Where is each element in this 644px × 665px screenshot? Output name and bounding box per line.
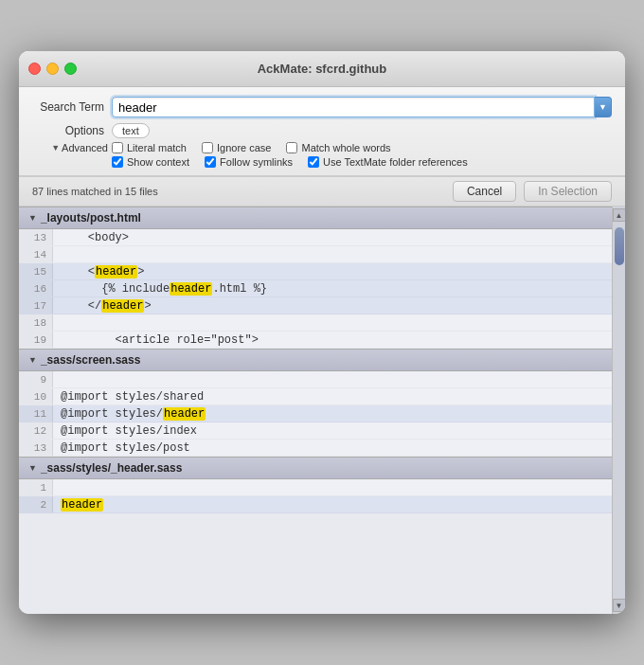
options-row: Options text bbox=[32, 123, 612, 138]
search-term-label: Search Term bbox=[32, 100, 112, 114]
table-row: 12 @import styles/index bbox=[19, 422, 612, 440]
cancel-button[interactable]: Cancel bbox=[453, 181, 516, 202]
advanced-toggle[interactable]: ▼ Advanced bbox=[32, 142, 112, 153]
file-3-lines: 1 2 header bbox=[19, 479, 612, 513]
minimize-button[interactable] bbox=[46, 63, 59, 75]
search-input[interactable] bbox=[112, 97, 595, 117]
use-textmate-input[interactable] bbox=[308, 156, 319, 168]
checkboxes-row2: Show context Follow symlinks Use TextMat… bbox=[32, 156, 612, 168]
show-context-checkbox[interactable]: Show context bbox=[112, 156, 189, 168]
line-number: 2 bbox=[19, 496, 53, 512]
table-row: 17 </header> bbox=[19, 297, 612, 315]
line-number: 1 bbox=[19, 479, 53, 495]
results-content: ▼ _layouts/post.html 13 <body> 14 bbox=[19, 207, 612, 614]
advanced-row: ▼ Advanced Literal match Ignore case Mat… bbox=[32, 142, 612, 153]
window-title: AckMate: sfcrd.github bbox=[258, 62, 387, 76]
table-row: 16 {% include header.html %} bbox=[19, 280, 612, 297]
literal-match-input[interactable] bbox=[112, 142, 123, 153]
search-input-wrap: ▼ bbox=[112, 97, 612, 117]
line-number: 19 bbox=[19, 332, 53, 348]
follow-symlinks-checkbox[interactable]: Follow symlinks bbox=[205, 156, 293, 168]
table-row: 18 bbox=[19, 315, 612, 332]
results-wrapper: ▼ _layouts/post.html 13 <body> 14 bbox=[19, 207, 625, 614]
table-row: 10 @import styles/shared bbox=[19, 388, 612, 405]
search-dropdown-button[interactable]: ▼ bbox=[595, 97, 612, 117]
toolbar: Search Term ▼ Options text ▼ Advanced Li… bbox=[19, 87, 625, 176]
line-number: 10 bbox=[19, 388, 53, 404]
line-number: 18 bbox=[19, 315, 53, 331]
advanced-triangle-icon: ▼ bbox=[51, 143, 60, 153]
table-row: 13 <body> bbox=[19, 229, 612, 246]
maximize-button[interactable] bbox=[64, 63, 77, 75]
in-selection-button[interactable]: In Selection bbox=[524, 181, 612, 202]
file-1-lines: 13 <body> 14 15 <header> 16 bbox=[19, 229, 612, 349]
literal-match-checkbox[interactable]: Literal match bbox=[112, 142, 187, 153]
file-2-triangle-icon: ▼ bbox=[28, 355, 37, 365]
line-content: <header> bbox=[53, 263, 612, 279]
line-content: <body> bbox=[53, 229, 612, 245]
file-1-triangle-icon: ▼ bbox=[28, 213, 37, 223]
match-highlight: header bbox=[61, 498, 103, 512]
scrollbar-up-button[interactable]: ▲ bbox=[613, 208, 626, 222]
line-content: header bbox=[53, 496, 612, 512]
file-header-3[interactable]: ▼ _sass/styles/_header.sass bbox=[19, 457, 612, 479]
status-text: 87 lines matched in 15 files bbox=[32, 186, 158, 197]
results-area[interactable]: ▼ _layouts/post.html 13 <body> 14 bbox=[19, 207, 612, 614]
scrollbar-down-button[interactable]: ▼ bbox=[613, 599, 626, 612]
line-content bbox=[53, 246, 612, 262]
line-number: 15 bbox=[19, 263, 53, 279]
advanced-label: Advanced bbox=[62, 142, 108, 153]
line-number: 13 bbox=[19, 440, 53, 456]
follow-symlinks-input[interactable] bbox=[205, 156, 216, 168]
table-row: 13 @import styles/post bbox=[19, 440, 612, 457]
match-whole-words-input[interactable] bbox=[286, 142, 297, 153]
options-pill[interactable]: text bbox=[112, 123, 150, 138]
close-button[interactable] bbox=[28, 63, 41, 75]
file-header-1[interactable]: ▼ _layouts/post.html bbox=[19, 207, 612, 229]
scrollbar-thumb[interactable] bbox=[615, 227, 624, 265]
table-row: 1 bbox=[19, 479, 612, 496]
file-1-name: _layouts/post.html bbox=[41, 211, 141, 225]
file-2-name: _sass/screen.sass bbox=[41, 353, 140, 367]
line-content: @import styles/header bbox=[53, 405, 612, 422]
line-number: 12 bbox=[19, 422, 53, 439]
status-buttons: Cancel In Selection bbox=[453, 181, 612, 202]
line-number: 9 bbox=[19, 371, 53, 387]
file-3-triangle-icon: ▼ bbox=[28, 463, 37, 473]
match-highlight: header bbox=[170, 282, 212, 296]
line-number: 16 bbox=[19, 280, 53, 297]
scrollbar-track[interactable]: ▲ ▼ bbox=[612, 207, 625, 614]
titlebar: AckMate: sfcrd.github bbox=[19, 51, 625, 87]
file-section-1: ▼ _layouts/post.html 13 <body> 14 bbox=[19, 207, 612, 349]
match-highlight: header bbox=[95, 265, 137, 279]
line-number: 17 bbox=[19, 297, 53, 314]
line-content bbox=[53, 315, 612, 331]
line-content: @import styles/index bbox=[53, 422, 612, 439]
search-row: Search Term ▼ bbox=[32, 97, 612, 117]
file-section-2: ▼ _sass/screen.sass 9 10 @import styles/… bbox=[19, 349, 612, 457]
match-highlight: header bbox=[101, 299, 144, 313]
table-row: 2 header bbox=[19, 496, 612, 513]
table-row: 14 bbox=[19, 246, 612, 263]
line-content: {% include header.html %} bbox=[53, 280, 612, 297]
file-section-3: ▼ _sass/styles/_header.sass 1 2 header bbox=[19, 457, 612, 513]
line-number: 11 bbox=[19, 405, 53, 422]
table-row: 15 <header> bbox=[19, 263, 612, 280]
table-row: 19 <article role="post"> bbox=[19, 332, 612, 349]
match-highlight: header bbox=[163, 407, 206, 421]
status-bar: 87 lines matched in 15 files Cancel In S… bbox=[19, 176, 625, 207]
table-row: 11 @import styles/header bbox=[19, 405, 612, 422]
ignore-case-input[interactable] bbox=[202, 142, 213, 153]
file-3-name: _sass/styles/_header.sass bbox=[41, 461, 182, 475]
line-content: @import styles/post bbox=[53, 440, 612, 456]
line-number: 13 bbox=[19, 229, 53, 245]
match-whole-words-checkbox[interactable]: Match whole words bbox=[286, 142, 390, 153]
checkboxes-row1: Literal match Ignore case Match whole wo… bbox=[112, 142, 391, 153]
use-textmate-checkbox[interactable]: Use TextMate folder references bbox=[308, 156, 468, 168]
ignore-case-checkbox[interactable]: Ignore case bbox=[202, 142, 271, 153]
options-label: Options bbox=[32, 124, 112, 137]
line-content bbox=[53, 371, 612, 387]
file-header-2[interactable]: ▼ _sass/screen.sass bbox=[19, 349, 612, 371]
show-context-input[interactable] bbox=[112, 156, 123, 168]
line-content: @import styles/shared bbox=[53, 388, 612, 404]
